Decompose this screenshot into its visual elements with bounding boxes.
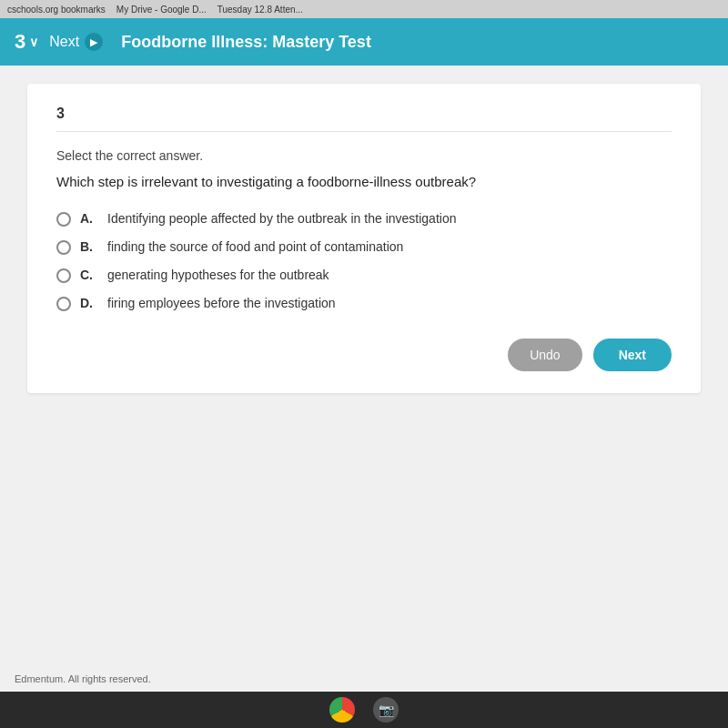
option-a[interactable]: A. Identifying people affected by the ou… <box>56 211 672 227</box>
option-c-label: C. <box>80 268 98 282</box>
next-button-main[interactable]: Next <box>593 339 672 371</box>
tab-2[interactable]: My Drive - Google D... <box>116 5 207 15</box>
option-c-text: generating hypotheses for the outbreak <box>107 268 329 282</box>
options-list: A. Identifying people affected by the ou… <box>56 211 672 311</box>
top-header: 3 ∨ Next ▶ Foodborne Illness: Mastery Te… <box>0 18 728 66</box>
copyright-text: Edmentum. All rights reserved. <box>15 673 151 684</box>
option-b-label: B. <box>80 239 98 254</box>
footer: Edmentum. All rights reserved. <box>0 666 728 692</box>
chevron-down-icon[interactable]: ∨ <box>29 35 38 49</box>
tab-1[interactable]: cschools.org bookmarks <box>7 5 106 15</box>
radio-c[interactable] <box>56 268 71 283</box>
chrome-icon[interactable] <box>329 697 355 723</box>
next-arrow-icon: ▶ <box>85 33 103 51</box>
taskbar: 📷 <box>0 692 728 728</box>
question-card: 3 Select the correct answer. Which step … <box>27 84 701 393</box>
next-button-header[interactable]: Next ▶ <box>49 33 103 51</box>
instruction-text: Select the correct answer. <box>56 148 672 163</box>
option-b-text: finding the source of food and point of … <box>107 239 403 254</box>
option-b[interactable]: B. finding the source of food and point … <box>56 239 672 255</box>
option-d[interactable]: D. firing employees before the investiga… <box>56 296 672 311</box>
option-c[interactable]: C. generating hypotheses for the outbrea… <box>56 268 672 283</box>
radio-b[interactable] <box>56 240 71 255</box>
camera-icon[interactable]: 📷 <box>373 697 399 723</box>
main-content: 3 Select the correct answer. Which step … <box>0 66 728 692</box>
radio-a[interactable] <box>56 212 71 227</box>
next-label-header: Next <box>49 34 79 50</box>
question-number-badge: 3 ∨ <box>15 30 38 54</box>
action-buttons: Undo Next <box>56 339 672 371</box>
option-a-label: A. <box>80 211 98 226</box>
tab-3[interactable]: Tuesday 12.8 Atten... <box>217 5 303 15</box>
question-text: Which step is irrelevant to investigatin… <box>56 174 672 189</box>
option-d-label: D. <box>80 296 98 310</box>
header-question-number: 3 <box>15 30 25 54</box>
option-a-text: Identifying people affected by the outbr… <box>107 211 456 226</box>
question-number-label: 3 <box>56 106 672 132</box>
radio-d[interactable] <box>56 297 71 311</box>
page-title: Foodborne Illness: Mastery Test <box>121 33 371 52</box>
browser-tabs-bar: cschools.org bookmarks My Drive - Google… <box>0 0 728 18</box>
option-d-text: firing employees before the investigatio… <box>107 296 336 310</box>
undo-button[interactable]: Undo <box>508 339 581 371</box>
